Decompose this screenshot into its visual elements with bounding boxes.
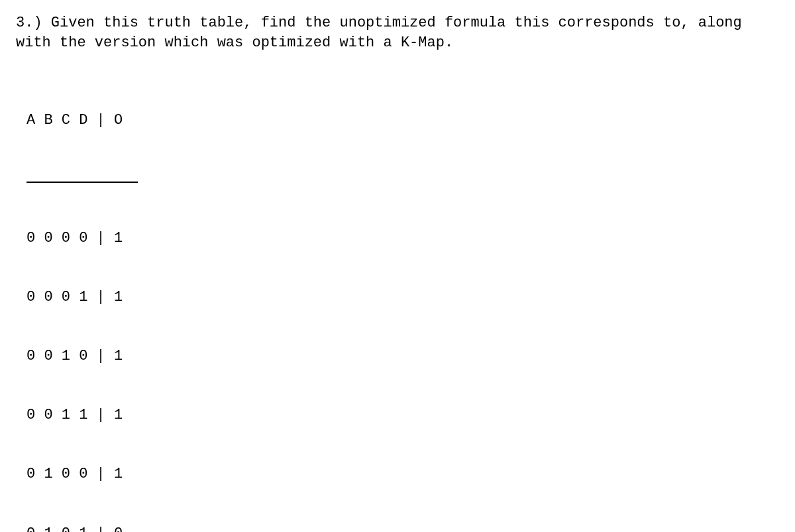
question-prompt: 3.) Given this truth table, find the uno… — [16, 13, 779, 52]
table-row: 0 1 0 1 | 0 — [26, 524, 779, 533]
table-row: 0 1 0 0 | 1 — [26, 464, 779, 484]
truth-table: A B C D | O 0 0 0 0 | 1 0 0 0 1 | 1 0 0 … — [26, 71, 779, 532]
table-row: 0 0 0 0 | 1 — [26, 229, 779, 248]
table-header: A B C D | O — [26, 111, 779, 133]
table-rule — [26, 182, 138, 183]
table-row: 0 0 1 0 | 1 — [26, 346, 779, 366]
table-row: 0 0 0 1 | 1 — [26, 288, 779, 307]
table-row: 0 0 1 1 | 1 — [26, 405, 779, 425]
